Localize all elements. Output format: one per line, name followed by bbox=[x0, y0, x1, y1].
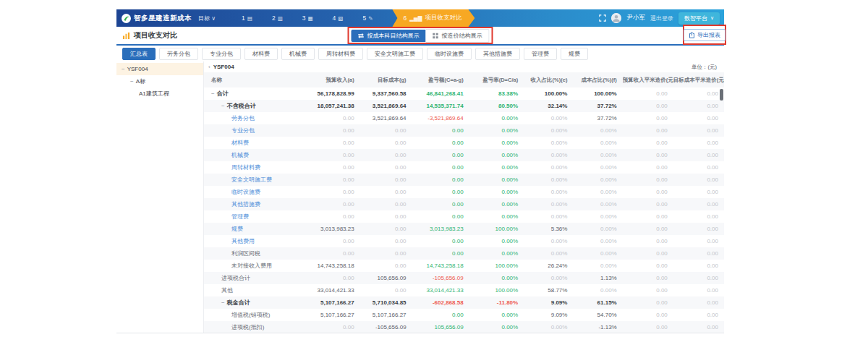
cell: 0.00 bbox=[412, 210, 469, 223]
cell: 0.00 bbox=[412, 186, 469, 198]
column-header-3: 盈亏额(C=a-g) bbox=[412, 72, 469, 88]
user-avatar[interactable] bbox=[611, 13, 621, 23]
tree-node-label: YSF004 bbox=[127, 66, 148, 72]
wizard-step-1[interactable]: 1▤ bbox=[242, 14, 252, 22]
collapse-icon[interactable]: − bbox=[122, 66, 125, 72]
cell: 0.00 bbox=[303, 124, 360, 137]
cell: 14,743,258.18 bbox=[303, 260, 360, 272]
step-number: 5 bbox=[362, 14, 366, 22]
view-by-cost-subject-button[interactable]: 按成本科目结构展示 bbox=[352, 30, 426, 42]
cell: 0.00 bbox=[303, 174, 360, 186]
tree-node[interactable]: −A标 bbox=[116, 75, 203, 88]
platform-button[interactable]: 数智平台 ∨ bbox=[678, 12, 720, 25]
row-label[interactable]: 劳务分包 bbox=[204, 112, 303, 124]
row-label[interactable]: 规费 bbox=[204, 223, 303, 235]
collapse-icon[interactable]: − bbox=[221, 103, 225, 109]
tab-2[interactable]: 专业分包 bbox=[202, 48, 241, 60]
row-label[interactable]: 周转材料费 bbox=[204, 161, 303, 174]
cell: 0.00% bbox=[573, 210, 622, 223]
cell: 0.00 bbox=[412, 309, 469, 321]
cell: 0.00 bbox=[623, 321, 673, 333]
scrollbar-thumb[interactable] bbox=[720, 89, 723, 101]
cell: 0.00 bbox=[303, 247, 360, 260]
cell: 0.00% bbox=[573, 284, 622, 296]
cell: 0.00 bbox=[412, 247, 469, 260]
cell: 3,521,869.64 bbox=[360, 100, 412, 112]
collapse-chevron-icon[interactable]: ‹ bbox=[208, 64, 210, 70]
tab-4[interactable]: 机械费 bbox=[281, 48, 315, 60]
row-label[interactable]: 安全文明施工费 bbox=[204, 174, 303, 186]
wizard-step-5[interactable]: 5✎ bbox=[362, 14, 373, 22]
tab-6[interactable]: 安全文明施工费 bbox=[367, 48, 423, 60]
tree-node[interactable]: −YSF004 bbox=[116, 63, 203, 75]
table-row: 专业分包0.000.000.000.00%0.00%0.00%0.000.00 bbox=[204, 124, 724, 137]
tab-9[interactable]: 管理费 bbox=[524, 48, 557, 60]
row-name-text: 管理费 bbox=[231, 213, 249, 220]
top-nav-bar: 智多星建造新成本 目标 ∨ 1▤2▥3▦4▧5✎6▂▅▇项目收支对比 尹小军 退… bbox=[116, 9, 724, 27]
export-report-button[interactable]: 导出报表 bbox=[684, 29, 726, 41]
cell: 0.00 bbox=[303, 137, 360, 149]
cell: 0.00 bbox=[360, 124, 412, 137]
cell: 0.00 bbox=[623, 198, 673, 210]
wizard-step-6[interactable]: 6▂▅▇项目收支对比 bbox=[392, 9, 475, 27]
collapse-icon[interactable]: − bbox=[211, 90, 215, 97]
cell: 100.00% bbox=[469, 284, 524, 296]
wizard-step-4[interactable]: 4▧ bbox=[333, 14, 344, 22]
cell: 0.00 bbox=[673, 321, 724, 333]
row-name-text: 进项税合计 bbox=[221, 275, 250, 281]
row-label[interactable]: 管理费 bbox=[204, 210, 303, 223]
tab-0[interactable]: 汇总表 bbox=[122, 48, 156, 60]
page-toolbar: 项目收支对比 按成本科目结构展示 按造价结构展示 bbox=[116, 27, 724, 46]
tab-10[interactable]: 规费 bbox=[561, 48, 588, 60]
cell: 0.00 bbox=[673, 112, 724, 124]
cell: 0.00 bbox=[673, 137, 724, 149]
cell: 5,107,166.27 bbox=[303, 296, 360, 309]
table-panel: ‹ YSF004 单位：(元) 名称预算收入(a)目标成本(g)盈亏额(C=a-… bbox=[204, 61, 724, 333]
cell: 0.00% bbox=[524, 137, 573, 149]
cell: 18,057,241.38 bbox=[303, 100, 360, 112]
row-label[interactable]: 其他措施费 bbox=[204, 198, 303, 210]
cell: 0.00% bbox=[524, 161, 573, 174]
cell: 0.00 bbox=[623, 112, 673, 124]
chevron-down-icon: ∨ bbox=[710, 15, 714, 21]
tab-8[interactable]: 其他措施费 bbox=[475, 48, 520, 60]
row-label[interactable]: 专业分包 bbox=[204, 124, 303, 137]
tab-1[interactable]: 劳务分包 bbox=[159, 48, 198, 60]
tab-7[interactable]: 临时设施费 bbox=[427, 48, 472, 60]
cell: 26.24% bbox=[524, 260, 573, 272]
table-row: 利润区间税0.000.000.000.00%0.00%0.00%0.000.00 bbox=[204, 247, 724, 260]
table-row: −不含税合计18,057,241.383,521,869.6414,535,37… bbox=[204, 100, 724, 112]
logout-link[interactable]: 退出登录 bbox=[650, 14, 673, 22]
cell: 0.00% bbox=[573, 235, 622, 247]
row-label[interactable]: 机械费 bbox=[204, 149, 303, 161]
fullscreen-icon[interactable] bbox=[599, 14, 606, 22]
row-label[interactable]: 其他费用 bbox=[204, 235, 303, 247]
logo-version-dropdown[interactable]: 目标 ∨ bbox=[198, 14, 216, 22]
cell: 0.00% bbox=[469, 161, 524, 174]
cell: 0.00 bbox=[623, 223, 673, 235]
collapse-icon[interactable]: − bbox=[130, 78, 134, 85]
tree-node[interactable]: A1建筑工程 bbox=[116, 88, 203, 100]
table-row: 周转材料费0.000.000.000.00%0.00%0.00%0.000.00 bbox=[204, 161, 724, 174]
cell: 0.00% bbox=[524, 124, 573, 137]
row-name-text: 劳务分包 bbox=[231, 115, 255, 121]
content-area: −YSF004−A标A1建筑工程 ‹ YSF004 单位：(元) 名称预算收入(… bbox=[116, 61, 724, 333]
row-label[interactable]: 临时设施费 bbox=[204, 186, 303, 198]
row-label[interactable]: 材料费 bbox=[204, 137, 303, 149]
row-name-text: 其他 bbox=[221, 287, 233, 294]
app-logo[interactable]: 智多星建造新成本 目标 ∨ bbox=[122, 14, 216, 23]
cell: 0.00% bbox=[524, 186, 573, 198]
tab-3[interactable]: 材料费 bbox=[244, 48, 278, 60]
project-tree-sidebar: −YSF004−A标A1建筑工程 bbox=[116, 61, 204, 333]
row-name-text: 进项税(抵扣) bbox=[231, 324, 264, 330]
wizard-step-2[interactable]: 2▥ bbox=[272, 14, 283, 22]
row-name-text: 未对接收入费用 bbox=[231, 262, 272, 269]
cell: 0.00 bbox=[673, 296, 724, 309]
tab-5[interactable]: 周转材料费 bbox=[318, 48, 363, 60]
cell: 0.00 bbox=[623, 272, 673, 284]
cell: 0.00 bbox=[673, 124, 724, 137]
view-by-price-structure-button[interactable]: 按造价结构展示 bbox=[426, 29, 490, 43]
wizard-step-3[interactable]: 3▦ bbox=[302, 14, 313, 22]
table-row: 材料费0.000.000.000.00%0.00%0.00%0.000.00 bbox=[204, 137, 724, 149]
collapse-icon[interactable]: − bbox=[221, 299, 225, 306]
